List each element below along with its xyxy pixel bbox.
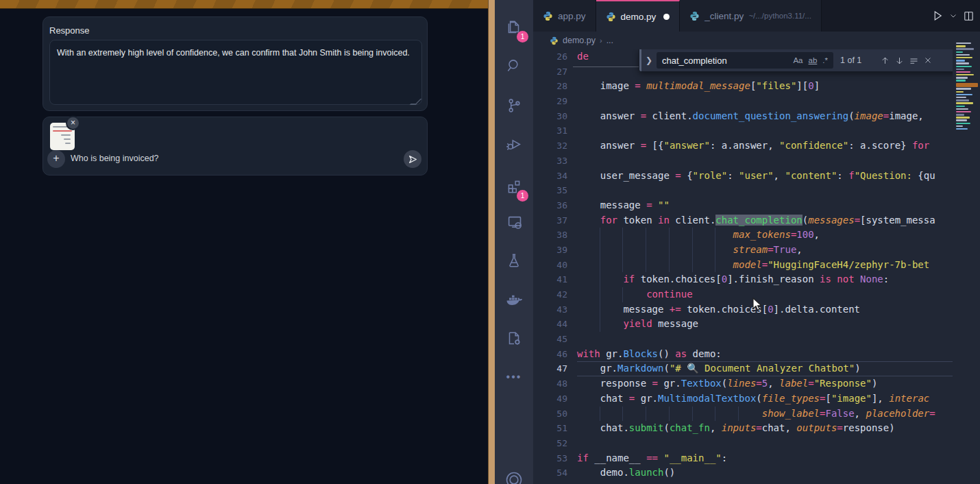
file-gear-icon[interactable]: [495, 322, 533, 355]
code-line[interactable]: 54 demo.launch(): [533, 465, 953, 481]
code-line[interactable]: 42 continue: [533, 287, 953, 302]
code-lines[interactable]: 26de2728 image = multimodal_message["fil…: [533, 49, 953, 484]
next-match-button[interactable]: [894, 56, 905, 66]
line-number[interactable]: 31: [533, 123, 567, 138]
code-line[interactable]: 31: [533, 123, 953, 138]
line-number[interactable]: 37: [533, 213, 567, 228]
line-number[interactable]: 48: [533, 376, 567, 391]
code-line[interactable]: 43 message += token.choices[0].delta.con…: [533, 302, 953, 317]
line-number[interactable]: 45: [533, 332, 567, 347]
send-button[interactable]: [404, 150, 421, 168]
line-number[interactable]: 51: [533, 421, 567, 436]
code-line[interactable]: 50 show_label=False, placeholder=: [533, 407, 953, 422]
code-line[interactable]: 35: [533, 183, 953, 198]
code-line[interactable]: 33: [533, 154, 953, 169]
modified-dot[interactable]: [663, 14, 670, 20]
line-number[interactable]: 40: [533, 258, 567, 273]
line-number[interactable]: 34: [533, 169, 567, 184]
find-widget: ❯ Aa ab .* 1 of 1: [639, 49, 953, 72]
remove-attachment-button[interactable]: ×: [66, 116, 80, 130]
line-number[interactable]: 42: [533, 287, 567, 302]
line-number[interactable]: 27: [533, 64, 567, 80]
response-textarea[interactable]: With an extremely high level of confiden…: [49, 40, 422, 105]
previous-match-button[interactable]: [880, 56, 890, 66]
tab-demo-py[interactable]: demo.py: [596, 0, 681, 32]
find-input[interactable]: [662, 56, 790, 66]
docker-icon[interactable]: [495, 284, 533, 317]
code-line[interactable]: 36 message = "": [533, 198, 953, 213]
line-number[interactable]: 36: [533, 198, 567, 213]
split-editor-icon[interactable]: [963, 10, 975, 22]
regex-toggle[interactable]: .*: [820, 55, 831, 66]
line-number[interactable]: 26: [533, 49, 567, 64]
line-number[interactable]: 44: [533, 317, 567, 332]
line-number[interactable]: 29: [533, 94, 567, 109]
tab-app-py[interactable]: app.py: [533, 0, 596, 32]
python-icon: [689, 11, 700, 21]
code-line[interactable]: 55: [533, 481, 953, 484]
code-line[interactable]: 53if __name__ == "__main__":: [533, 451, 953, 466]
line-number[interactable]: 28: [533, 79, 567, 94]
run-debug-icon[interactable]: [495, 128, 533, 160]
minimap[interactable]: [953, 32, 980, 484]
line-number[interactable]: 41: [533, 272, 567, 287]
explorer-icon[interactable]: 1: [495, 11, 533, 44]
code-line[interactable]: 47 gr.Markdown("# 🔍 Document Analyzer Ch…: [533, 361, 953, 376]
add-file-button[interactable]: +: [47, 150, 65, 168]
line-number[interactable]: 35: [533, 183, 567, 198]
account-icon[interactable]: [495, 463, 533, 484]
code-line[interactable]: 45: [533, 332, 953, 347]
line-number[interactable]: 54: [533, 465, 567, 481]
line-number[interactable]: 55: [533, 481, 567, 484]
line-number[interactable]: 53: [533, 451, 567, 466]
breadcrumb[interactable]: demo.py › ...: [533, 32, 953, 49]
code-line[interactable]: 39 stream=True,: [533, 243, 953, 258]
code-line[interactable]: 40 model="HuggingFaceH4/zephyr-7b-bet: [533, 258, 953, 273]
line-number[interactable]: 47: [533, 361, 567, 376]
run-file-icon[interactable]: [931, 10, 944, 22]
tab-client-py[interactable]: _client.py ~/.../python3.11/...: [680, 0, 822, 32]
run-dropdown-chevron-icon[interactable]: [949, 12, 957, 20]
find-collapse-chevron-icon[interactable]: ❯: [641, 56, 657, 65]
line-number[interactable]: 46: [533, 347, 567, 362]
code-line[interactable]: 41 if token.choices[0].finish_reason is …: [533, 272, 953, 287]
remote-explorer-icon[interactable]: [495, 206, 533, 239]
code-editor[interactable]: 26de2728 image = multimodal_message["fil…: [533, 49, 953, 484]
code-line[interactable]: 38 max_tokens=100,: [533, 228, 953, 243]
code-line[interactable]: 44 yield message: [533, 317, 953, 332]
testing-flask-icon[interactable]: [495, 244, 533, 277]
code-line[interactable]: 34 user_message = {"role": "user", "cont…: [533, 169, 953, 184]
line-number[interactable]: 50: [533, 407, 567, 422]
line-number[interactable]: 32: [533, 138, 567, 154]
code-line[interactable]: 49 chat = gr.MultimodalTextbox(file_type…: [533, 391, 953, 407]
line-number[interactable]: 43: [533, 302, 567, 317]
chat-input[interactable]: Who is being invoiced?: [71, 154, 159, 163]
window-divider[interactable]: [488, 0, 495, 484]
whole-word-toggle[interactable]: ab: [806, 55, 820, 66]
code-line[interactable]: 52: [533, 436, 953, 451]
line-number[interactable]: 49: [533, 391, 567, 407]
search-icon[interactable]: [495, 49, 533, 82]
line-number[interactable]: 33: [533, 154, 567, 169]
find-in-selection-button[interactable]: [909, 56, 919, 66]
extensions-icon[interactable]: 1: [495, 170, 533, 203]
line-number[interactable]: 30: [533, 109, 567, 124]
code-line[interactable]: 32 answer = [{"answer": a.answer, "confi…: [533, 138, 953, 154]
more-actions-icon[interactable]: •••: [495, 361, 533, 394]
line-number[interactable]: 39: [533, 243, 567, 258]
code-line[interactable]: 29: [533, 94, 953, 109]
find-results-count: 1 of 1: [840, 56, 876, 65]
code-line[interactable]: 46with gr.Blocks() as demo:: [533, 347, 953, 362]
close-find-button[interactable]: [923, 56, 933, 65]
code-line[interactable]: 51 chat.submit(chat_fn, inputs=chat, out…: [533, 421, 953, 436]
match-case-toggle[interactable]: Aa: [790, 55, 805, 66]
source-control-icon[interactable]: [495, 89, 533, 122]
breadcrumb-more[interactable]: ...: [607, 36, 613, 45]
line-number[interactable]: 38: [533, 228, 567, 243]
code-line[interactable]: 48 response = gr.Textbox(lines=5, label=…: [533, 376, 953, 391]
breadcrumb-file[interactable]: demo.py: [563, 36, 596, 45]
line-number[interactable]: 52: [533, 436, 567, 451]
code-line[interactable]: 28 image = multimodal_message["files"][0…: [533, 79, 953, 94]
code-line[interactable]: 37 for token in client.chat_completion(m…: [533, 213, 953, 228]
code-line[interactable]: 30 answer = client.document_question_ans…: [533, 109, 953, 124]
